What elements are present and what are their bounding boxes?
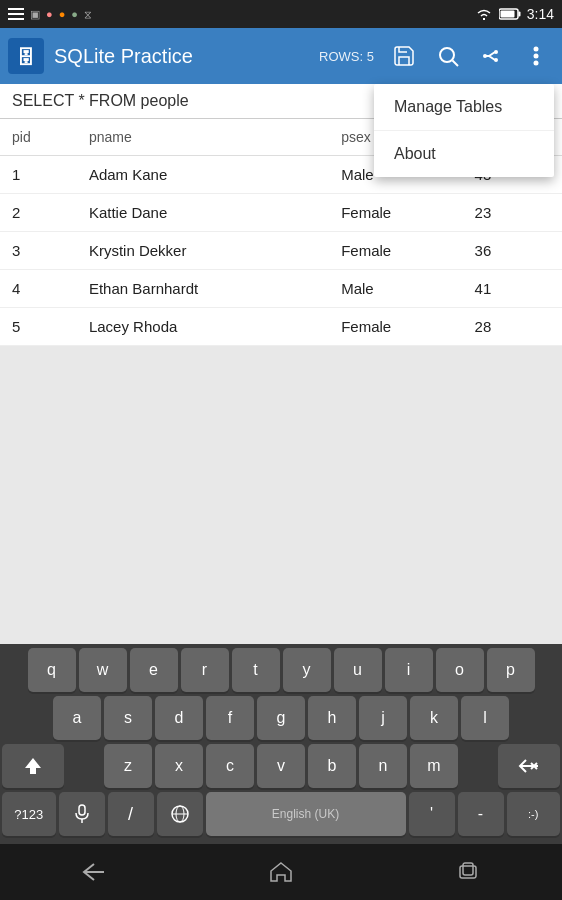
- toolbar-actions: [386, 38, 554, 74]
- status-bar: ▣ ● ● ● ⧖ 3:14: [0, 0, 562, 28]
- keyboard: qwertyuiop asdfghjkl zxcvbnm ?123 / Engl…: [0, 644, 562, 844]
- key-m[interactable]: m: [410, 744, 458, 788]
- svg-rect-4: [518, 12, 520, 17]
- status-app-icons: ▣ ● ● ● ⧖: [8, 6, 92, 22]
- key-h[interactable]: h: [308, 696, 356, 740]
- key-f[interactable]: f: [206, 696, 254, 740]
- space-key[interactable]: English (UK): [206, 792, 406, 836]
- key-u[interactable]: u: [334, 648, 382, 692]
- app-title: SQLite Practice: [54, 45, 319, 68]
- key-p[interactable]: p: [487, 648, 535, 692]
- smile-key[interactable]: :-): [507, 792, 561, 836]
- key-v[interactable]: v: [257, 744, 305, 788]
- key-k[interactable]: k: [410, 696, 458, 740]
- key-r[interactable]: r: [181, 648, 229, 692]
- key-o[interactable]: o: [436, 648, 484, 692]
- rows-count: ROWS: 5: [319, 49, 374, 64]
- key-l[interactable]: l: [461, 696, 509, 740]
- keyboard-row-2: asdfghjkl: [2, 696, 560, 740]
- svg-rect-5: [500, 11, 514, 18]
- dropdown-menu: Manage Tables About: [374, 84, 554, 177]
- comma-key[interactable]: ': [409, 792, 455, 836]
- svg-text:🗄: 🗄: [17, 47, 35, 68]
- svg-point-11: [494, 58, 498, 62]
- cell-pid: 3: [0, 232, 77, 270]
- cell-page: 28: [463, 308, 562, 346]
- svg-rect-25: [463, 863, 473, 875]
- table-row: 5 Lacey Rhoda Female 28: [0, 308, 562, 346]
- svg-point-8: [440, 48, 454, 62]
- cell-pname: Kattie Dane: [77, 194, 329, 232]
- recent-nav-button[interactable]: [438, 852, 498, 892]
- key-t[interactable]: t: [232, 648, 280, 692]
- cell-psex: Female: [329, 232, 462, 270]
- svg-point-14: [534, 54, 539, 59]
- cell-pname: Krystin Dekker: [77, 232, 329, 270]
- key-c[interactable]: c: [206, 744, 254, 788]
- about-item[interactable]: About: [374, 131, 554, 177]
- key-d[interactable]: d: [155, 696, 203, 740]
- toolbar: 🗄 SQLite Practice ROWS: 5: [0, 28, 562, 84]
- search-icon: [436, 44, 460, 68]
- more-button[interactable]: [518, 38, 554, 74]
- table-body: 1 Adam Kane Male 43 2 Kattie Dane Female…: [0, 156, 562, 346]
- key-e[interactable]: e: [130, 648, 178, 692]
- back-nav-button[interactable]: [64, 852, 124, 892]
- cell-pname: Ethan Barnhardt: [77, 270, 329, 308]
- col-header-pid: pid: [0, 119, 77, 156]
- key-x[interactable]: x: [155, 744, 203, 788]
- table-row: 4 Ethan Barnhardt Male 41: [0, 270, 562, 308]
- key-w[interactable]: w: [79, 648, 127, 692]
- key-q[interactable]: q: [28, 648, 76, 692]
- home-nav-button[interactable]: [251, 852, 311, 892]
- table-row: 3 Krystin Dekker Female 36: [0, 232, 562, 270]
- cell-psex: Female: [329, 308, 462, 346]
- svg-point-15: [534, 61, 539, 66]
- wifi-icon: [475, 7, 493, 21]
- cell-pid: 1: [0, 156, 77, 194]
- cell-psex: Female: [329, 194, 462, 232]
- svg-marker-16: [25, 758, 41, 774]
- cell-pname: Lacey Rhoda: [77, 308, 329, 346]
- num-key[interactable]: ?123: [2, 792, 56, 836]
- mic-key[interactable]: [59, 792, 105, 836]
- key-s[interactable]: s: [104, 696, 152, 740]
- more-icon: [533, 44, 539, 68]
- battery-icon: [499, 8, 521, 20]
- table-row: 2 Kattie Dane Female 23: [0, 194, 562, 232]
- svg-rect-1: [8, 13, 24, 15]
- nav-bar: [0, 844, 562, 900]
- period-key[interactable]: -: [458, 792, 504, 836]
- search-button[interactable]: [430, 38, 466, 74]
- app-logo: 🗄: [8, 38, 44, 74]
- cell-pname: Adam Kane: [77, 156, 329, 194]
- key-y[interactable]: y: [283, 648, 331, 692]
- slash-key[interactable]: /: [108, 792, 154, 836]
- manage-tables-item[interactable]: Manage Tables: [374, 84, 554, 131]
- backspace-key[interactable]: [498, 744, 560, 788]
- keyboard-row-1: qwertyuiop: [2, 648, 560, 692]
- svg-point-10: [494, 50, 498, 54]
- key-g[interactable]: g: [257, 696, 305, 740]
- key-b[interactable]: b: [308, 744, 356, 788]
- key-a[interactable]: a: [53, 696, 101, 740]
- hamburger-icon: [8, 6, 24, 22]
- cell-page: 23: [463, 194, 562, 232]
- keyboard-row-4: ?123 / English (UK) ' - :-): [2, 792, 560, 836]
- cell-pid: 4: [0, 270, 77, 308]
- key-n[interactable]: n: [359, 744, 407, 788]
- status-right-icons: 3:14: [475, 6, 554, 22]
- svg-rect-19: [79, 805, 85, 815]
- col-header-pname: pname: [77, 119, 329, 156]
- cell-psex: Male: [329, 270, 462, 308]
- share-button[interactable]: [474, 38, 510, 74]
- shift-key[interactable]: [2, 744, 64, 788]
- key-z[interactable]: z: [104, 744, 152, 788]
- svg-rect-2: [8, 18, 24, 20]
- key-j[interactable]: j: [359, 696, 407, 740]
- globe-key[interactable]: [157, 792, 203, 836]
- key-i[interactable]: i: [385, 648, 433, 692]
- svg-line-9: [453, 61, 459, 67]
- save-button[interactable]: [386, 38, 422, 74]
- time-display: 3:14: [527, 6, 554, 22]
